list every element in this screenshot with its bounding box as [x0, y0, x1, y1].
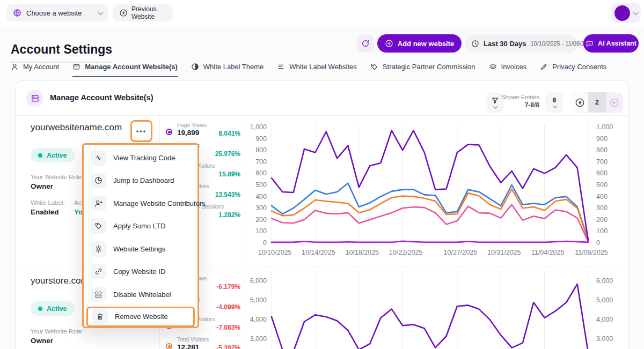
- shown-entries-label: Shown Entries: [491, 94, 539, 100]
- white-label-label: White Label:: [31, 199, 65, 206]
- menu-item-website-settings[interactable]: Website Settings: [84, 237, 197, 261]
- tab-label: My Account: [23, 63, 59, 71]
- link-glyph: [94, 268, 103, 276]
- dashboard-glyph: [94, 176, 103, 184]
- shown-entries-value: 7-8/8: [491, 101, 539, 109]
- user-icon: [11, 63, 19, 71]
- tab-privacy-consents[interactable]: Privacy Consents: [540, 60, 606, 77]
- svg-text:400: 400: [255, 193, 267, 201]
- tag-icon: [370, 63, 378, 71]
- activity-glyph: [94, 154, 103, 162]
- menu-item-label: Disable Whitelabel: [113, 291, 171, 299]
- menu-item-copy-website-id[interactable]: Copy Website ID: [84, 261, 197, 284]
- svg-text:200: 200: [255, 216, 267, 224]
- svg-text:800: 800: [596, 146, 608, 154]
- svg-text:300: 300: [255, 204, 267, 212]
- svg-text:800: 800: [255, 146, 267, 154]
- menu-item-jump-to-dashboard[interactable]: Jump to Dashboard: [84, 169, 197, 192]
- tab-my-account[interactable]: My Account: [11, 60, 59, 77]
- user-plus-glyph: [94, 199, 103, 207]
- role-value: Owner: [31, 182, 53, 190]
- traffic-chart: 3,0003,0004,0004,0005,0005,0006,0006,000…: [245, 266, 629, 349]
- metric-ring-icon: [166, 343, 172, 349]
- globe-icon: [13, 9, 21, 17]
- svg-text:300: 300: [596, 204, 608, 212]
- tab-invoices[interactable]: Invoices: [489, 60, 527, 77]
- svg-text:100: 100: [255, 227, 267, 235]
- website-name: yourwebsitename.com: [31, 122, 122, 133]
- stat-label: Total Visitors: [177, 336, 209, 343]
- stat-percent: -5.392%: [216, 344, 240, 349]
- menu-item-label: Remove Website: [115, 313, 168, 321]
- page-size-select[interactable]: 6: [545, 92, 564, 113]
- website-picker-dropdown[interactable]: Choose a website: [6, 4, 108, 21]
- menu-item-remove-website[interactable]: Remove Website: [86, 307, 195, 327]
- svg-text:4,000: 4,000: [596, 316, 613, 323]
- tab-white-label-theme[interactable]: White Label Theme: [191, 60, 264, 77]
- menu-item-disable-whitelabel[interactable]: Disable Whitelabel: [84, 283, 197, 306]
- website-name: yourstore.com: [31, 276, 89, 286]
- tab-label: Manage Account Website(s): [85, 63, 178, 71]
- ai-assistant-button[interactable]: AI Assistant: [583, 34, 639, 53]
- arrow-left-circle-icon: [119, 9, 128, 17]
- svg-text:10/27/2025: 10/27/2025: [444, 249, 478, 256]
- previous-website-button[interactable]: Previous Website: [113, 4, 173, 21]
- grid-glyph: [94, 291, 103, 299]
- contrast-icon: [191, 63, 199, 71]
- user-plus-icon: [91, 196, 106, 211]
- menu-item-apply-sumo-ltd[interactable]: Apply Sumo LTD: [84, 215, 197, 238]
- server-rows-icon: [26, 90, 43, 107]
- tab-label: White Label Theme: [203, 63, 264, 71]
- trash-icon: [92, 309, 108, 324]
- clock-icon: [471, 40, 479, 48]
- refresh-button[interactable]: [357, 34, 374, 53]
- menu-item-view-tracking-code[interactable]: View Tracking Code: [84, 146, 197, 169]
- shown-entries: Shown Entries 7-8/8: [491, 94, 539, 109]
- white-label-value: Enabled: [31, 208, 59, 216]
- stat-percent: 13.543%: [215, 191, 240, 198]
- svg-text:0: 0: [596, 239, 600, 247]
- status-badge: Active: [31, 301, 75, 316]
- menu-item-label: View Tracking Code: [113, 154, 175, 162]
- layers-icon: [489, 63, 497, 71]
- status-dot: [38, 307, 42, 311]
- tab-manage-account-websites[interactable]: Manage Account Website(s): [72, 60, 178, 77]
- svg-text:700: 700: [596, 158, 608, 166]
- list-icon: [277, 63, 285, 71]
- gear-glyph: [94, 245, 103, 253]
- arrow-right-circle-icon: [609, 98, 619, 108]
- svg-text:900: 900: [596, 135, 608, 143]
- stat-percent: 1.282%: [218, 211, 240, 219]
- status-label: Active: [47, 152, 67, 159]
- previous-page-button[interactable]: [571, 92, 588, 113]
- next-page-button-disabled[interactable]: [606, 92, 623, 113]
- date-range-picker[interactable]: Last 30 Days 10/10/2025 - 11/08/2025: [465, 34, 578, 53]
- svg-text:700: 700: [255, 158, 267, 166]
- menu-item-label: Jump to Dashboard: [113, 176, 174, 184]
- svg-text:900: 900: [255, 135, 267, 143]
- svg-text:100: 100: [596, 227, 608, 235]
- role-label: Your Website Role:: [31, 174, 83, 180]
- svg-text:10/22/2025: 10/22/2025: [389, 249, 423, 256]
- role-label: Your Website Role:: [31, 328, 83, 335]
- svg-text:10/18/2025: 10/18/2025: [345, 249, 379, 256]
- current-page-indicator: 2: [588, 92, 605, 113]
- svg-text:0: 0: [263, 239, 267, 247]
- tab-strategic-partner-commission[interactable]: Strategic Partner Commission: [370, 60, 475, 77]
- menu-item-label: Apply Sumo LTD: [113, 222, 165, 230]
- chevron-down-icon: [553, 103, 557, 108]
- svg-text:600: 600: [255, 169, 267, 177]
- svg-text:400: 400: [596, 193, 608, 201]
- svg-text:500: 500: [596, 181, 608, 189]
- tab-label: Privacy Consents: [552, 63, 606, 71]
- website-picker-label: Choose a website: [26, 9, 82, 17]
- pagination: 2: [571, 92, 623, 113]
- stat-percent: -7.083%: [216, 324, 240, 331]
- add-new-website-button[interactable]: Add new website: [377, 34, 462, 53]
- tab-label: White Label Websites: [289, 63, 357, 71]
- account-menu-button[interactable]: [611, 3, 641, 23]
- stat-percent: 8.041%: [218, 130, 240, 137]
- menu-item-manage-website-contributors[interactable]: Manage Website Contributors: [84, 192, 197, 215]
- website-actions-button[interactable]: •••: [130, 120, 152, 142]
- tab-white-label-websites[interactable]: White Label Websites: [277, 60, 357, 77]
